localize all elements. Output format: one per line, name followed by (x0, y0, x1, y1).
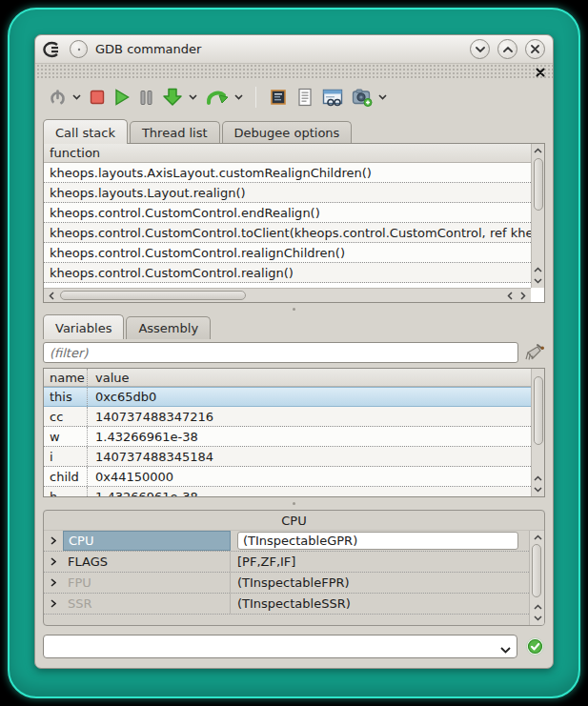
step-into-dropdown-icon[interactable] (189, 94, 197, 100)
callstack-row[interactable]: kheops.control.CustomControl.toClient(kh… (44, 223, 531, 243)
variable-row[interactable]: w 1.43266961e-38 (44, 427, 531, 447)
cpu-panel: CPU CPU (TInspectableGPR) FLAGS [PF,ZF,I… (43, 510, 545, 626)
register-value-editor[interactable]: (TInspectableGPR) (237, 532, 518, 550)
callstack-row[interactable]: kheops.layouts.Layout.realign() (44, 183, 531, 203)
scrollbar-thumb[interactable] (532, 544, 541, 597)
cpu-tree-row[interactable]: FPU (TInspectableFPR) (44, 573, 529, 594)
step-over-dropdown-icon[interactable] (234, 94, 243, 100)
scroll-left-icon[interactable] (503, 290, 517, 301)
screenshot-stage: GDB commander (0, 0, 588, 706)
filter-row (43, 341, 545, 364)
scroll-down-icon[interactable] (531, 613, 544, 624)
callstack-row[interactable]: kheops.control.CustomControl.endRealign(… (44, 203, 531, 223)
callstack-panel: function kheops.layouts.AxisLayout.custo… (43, 143, 545, 303)
log-view-icon[interactable] (296, 85, 314, 110)
scroll-up-icon[interactable] (532, 145, 545, 156)
expand-arrow-icon[interactable] (44, 552, 63, 572)
scroll-down-icon[interactable] (532, 484, 545, 495)
run-icon[interactable] (113, 85, 131, 110)
tab-assembly[interactable]: Assembly (126, 316, 211, 339)
callstack-tabbar: Call stack Thread list Debugee options (43, 119, 545, 144)
debug-toolbar (35, 79, 553, 115)
scroll-down-icon[interactable] (532, 275, 545, 287)
variables-tabbar: Variables Assembly (43, 314, 545, 339)
pane-close-icon[interactable] (536, 66, 547, 77)
scroll-up-icon[interactable] (531, 601, 544, 613)
filter-input[interactable] (43, 342, 518, 363)
variable-row[interactable]: child 0x44150000 (44, 467, 531, 487)
pin-menu-button[interactable] (70, 40, 88, 58)
tab-debugee-options[interactable]: Debugee options (222, 121, 353, 144)
cpu-vertical-scrollbar[interactable] (529, 531, 544, 625)
column-function: function (50, 146, 100, 160)
tab-thread-list[interactable]: Thread list (130, 121, 220, 144)
callstack-row[interactable]: kheops.control.CustomControl.realignChil… (44, 243, 531, 263)
core-view-icon[interactable] (269, 85, 288, 110)
splitter-handle[interactable] (35, 304, 553, 313)
app-icon (43, 41, 62, 58)
callstack-row[interactable]: kheops.control.CustomControl.realign() (44, 263, 531, 283)
cpu-tree-row[interactable]: FLAGS [PF,ZF,IF] (44, 552, 529, 573)
variables-panel: name value this 0xc65db0 cc 140737488347… (43, 368, 545, 497)
pane-drag-handle[interactable] (35, 65, 553, 79)
tab-call-stack[interactable]: Call stack (43, 119, 128, 144)
pause-icon[interactable] (139, 85, 153, 110)
power-dropdown-icon[interactable] (72, 94, 81, 100)
execute-button[interactable] (525, 636, 545, 656)
step-into-icon[interactable] (162, 85, 183, 110)
cpu-register-tree: CPU (TInspectableGPR) FLAGS [PF,ZF,IF] F… (44, 531, 529, 625)
variables-column-header[interactable]: name value (44, 369, 531, 387)
tab-variables[interactable]: Variables (43, 314, 124, 339)
command-row (43, 634, 545, 658)
combo-dropdown-icon[interactable] (500, 642, 511, 656)
variable-row[interactable]: cc 140737488347216 (44, 407, 531, 427)
add-inspection-icon[interactable] (352, 85, 373, 110)
window-title: GDB commander (95, 42, 201, 56)
scroll-left-icon[interactable] (45, 290, 58, 301)
variable-row[interactable]: this 0xc65db0 (44, 387, 531, 407)
scrollbar-thumb[interactable] (534, 158, 543, 211)
restore-button[interactable] (497, 39, 517, 59)
add-inspection-dropdown-icon[interactable] (378, 94, 387, 100)
expand-arrow-icon[interactable] (44, 531, 63, 551)
splitter-handle[interactable] (35, 498, 553, 508)
scrollbar-thumb[interactable] (534, 376, 543, 445)
column-name[interactable]: name (44, 369, 88, 386)
scroll-right-icon[interactable] (517, 290, 530, 301)
scroll-up-icon[interactable] (531, 532, 544, 543)
callstack-row[interactable]: kheops.layouts.AxisLayout.customRealignC… (44, 163, 531, 183)
command-combobox[interactable] (43, 635, 517, 658)
close-button[interactable] (525, 39, 545, 59)
scroll-up-icon[interactable] (532, 473, 545, 484)
gdb-commander-window: GDB commander (34, 34, 554, 669)
variable-row[interactable]: h 1.43266961e-38 (44, 487, 531, 496)
shade-button[interactable] (470, 39, 490, 59)
expand-arrow-icon[interactable] (44, 594, 63, 614)
cpu-tree-row[interactable]: SSR (TInspectableSSR) (44, 594, 529, 615)
variable-row[interactable]: i 140737488345184 (44, 447, 531, 467)
callstack-vertical-scrollbar[interactable] (531, 144, 544, 288)
watch-window-icon[interactable] (322, 85, 343, 110)
cpu-panel-title: CPU (44, 511, 544, 531)
expand-arrow-icon[interactable] (44, 573, 63, 593)
step-over-icon[interactable] (206, 85, 229, 110)
variables-vertical-scrollbar[interactable] (531, 369, 544, 496)
scrollbar-thumb[interactable] (60, 291, 246, 300)
clear-filter-icon[interactable] (524, 343, 545, 362)
power-icon[interactable] (49, 85, 67, 110)
scroll-up-icon[interactable] (532, 264, 545, 275)
callstack-column-header[interactable]: function (44, 144, 531, 163)
column-value[interactable]: value (88, 371, 130, 385)
toolbar-separator (255, 87, 256, 108)
callstack-horizontal-scrollbar[interactable] (44, 288, 531, 302)
cpu-tree-row[interactable]: CPU (TInspectableGPR) (44, 531, 529, 552)
stop-icon[interactable] (90, 85, 105, 110)
titlebar[interactable]: GDB commander (35, 35, 553, 64)
